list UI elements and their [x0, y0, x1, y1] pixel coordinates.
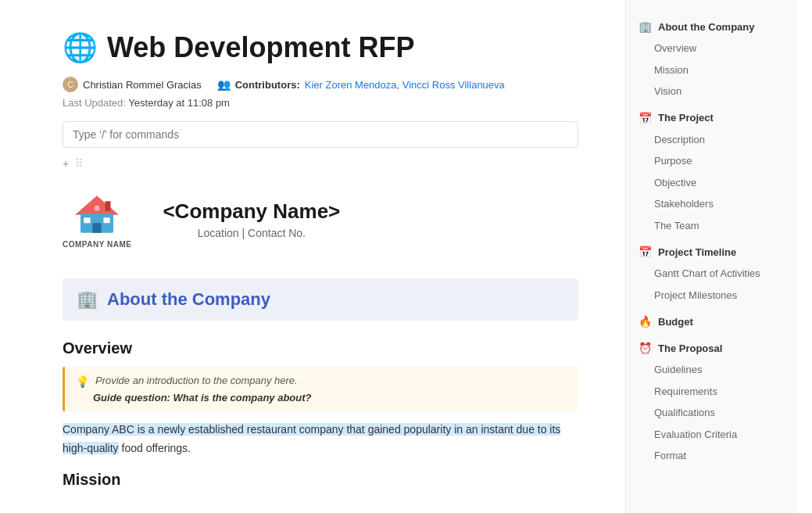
company-logo-label: COMPANY NAME: [63, 240, 131, 249]
sidebar-timeline-label: Project Timeline: [658, 246, 736, 258]
sidebar-section-the-project: 📅 The Project Description Purpose Object…: [626, 107, 797, 237]
callout-icon: 💡: [76, 375, 89, 388]
company-name: <Company Name>: [163, 199, 340, 224]
sidebar-item-mission[interactable]: Mission: [626, 59, 797, 81]
contributor-link-1[interactable]: Kier Zoren Mendoza: [305, 79, 397, 91]
sidebar-section-project-timeline: 📅 Project Timeline Gantt Chart of Activi…: [626, 241, 797, 306]
sidebar-item-vision[interactable]: Vision: [626, 81, 797, 102]
sidebar-section-budget: 🔥 Budget: [626, 310, 797, 332]
sidebar-item-stakeholders[interactable]: Stakeholders: [626, 193, 797, 215]
last-updated-label: Last Updated:: [63, 97, 126, 109]
company-info-block: <Company Name> Location | Contact No.: [163, 199, 340, 239]
sidebar-heading-the-project[interactable]: 📅 The Project: [626, 107, 797, 129]
callout-bold-row: Guide question: What is the company abou…: [76, 391, 567, 404]
company-logo-svg: [70, 190, 124, 237]
sidebar-item-purpose[interactable]: Purpose: [626, 150, 797, 172]
callout-box: 💡 Provide an introduction to the company…: [63, 367, 578, 411]
page-title: Web Development RFP: [107, 31, 414, 64]
command-input[interactable]: [63, 121, 578, 148]
add-plus-button[interactable]: +: [63, 157, 69, 170]
sidebar-about-label: About the Company: [658, 21, 755, 33]
sidebar-timeline-icon: 📅: [639, 246, 652, 258]
sidebar: 🏢 About the Company Overview Mission Vis…: [625, 0, 797, 513]
sidebar-item-format[interactable]: Format: [626, 445, 797, 467]
contributor-1: Kier Zoren Mendoza, Vincci Ross Villanue…: [305, 79, 505, 91]
callout-bold-text: Guide question: What is the company abou…: [93, 392, 312, 404]
sidebar-item-overview[interactable]: Overview: [626, 38, 797, 59]
mission-heading: Mission: [63, 471, 578, 489]
sidebar-item-project-milestones[interactable]: Project Milestones: [626, 285, 797, 307]
contributors-info: 👥 Contributors: Kier Zoren Mendoza, Vinc…: [217, 78, 505, 91]
sidebar-section-about-company: 🏢 About the Company Overview Mission Vis…: [626, 16, 797, 102]
sidebar-heading-project-timeline[interactable]: 📅 Project Timeline: [626, 241, 797, 263]
svg-marker-0: [75, 196, 119, 215]
author-info: C Christian Rommel Gracias: [63, 77, 202, 92]
sidebar-item-the-team[interactable]: The Team: [626, 215, 797, 237]
sidebar-project-label: The Project: [658, 112, 714, 124]
contributors-icon: 👥: [217, 78, 231, 91]
sidebar-item-objective[interactable]: Objective: [626, 172, 797, 194]
avatar: C: [63, 77, 78, 92]
sidebar-heading-about-company[interactable]: 🏢 About the Company: [626, 16, 797, 38]
sidebar-item-requirements[interactable]: Requirements: [626, 381, 797, 403]
sidebar-about-icon: 🏢: [639, 20, 652, 33]
last-updated: Last Updated: Yesterday at 11:08 pm: [63, 97, 578, 109]
last-updated-value: Yesterday at 11:08 pm: [128, 97, 230, 109]
sidebar-item-gantt-chart[interactable]: Gantt Chart of Activities: [626, 263, 797, 285]
callout-line-1: 💡 Provide an introduction to the company…: [76, 375, 567, 388]
company-logo-block: COMPANY NAME: [63, 190, 131, 249]
title-icon: 🌐: [63, 34, 98, 62]
svg-rect-5: [106, 201, 111, 211]
sidebar-proposal-label: The Proposal: [658, 343, 722, 354]
company-location: Location | Contact No.: [163, 227, 340, 239]
svg-point-6: [95, 206, 100, 211]
sidebar-project-icon: 📅: [639, 112, 652, 124]
body-text-plain: food offerings.: [122, 442, 191, 454]
sidebar-item-qualifications[interactable]: Qualifications: [626, 402, 797, 424]
sidebar-heading-budget[interactable]: 🔥 Budget: [626, 310, 797, 332]
title-row: 🌐 Web Development RFP: [63, 31, 578, 64]
sidebar-item-description[interactable]: Description: [626, 129, 797, 151]
svg-rect-4: [104, 217, 110, 223]
drag-handle[interactable]: ⠿: [75, 157, 83, 170]
overview-heading: Overview: [63, 339, 578, 357]
sidebar-item-evaluation-criteria[interactable]: Evaluation Criteria: [626, 424, 797, 446]
sidebar-proposal-icon: ⏰: [639, 342, 652, 354]
sidebar-item-guidelines[interactable]: Guidelines: [626, 359, 797, 381]
about-company-banner: 🏢 About the Company: [63, 278, 578, 321]
sidebar-budget-label: Budget: [658, 316, 693, 328]
sidebar-heading-the-proposal[interactable]: ⏰ The Proposal: [626, 337, 797, 359]
about-company-title: About the Company: [107, 289, 270, 310]
about-company-icon: 🏢: [77, 289, 98, 310]
svg-rect-3: [84, 217, 90, 223]
meta-row: C Christian Rommel Gracias 👥 Contributor…: [63, 77, 578, 92]
author-name: Christian Rommel Gracias: [83, 79, 202, 91]
main-content: 🌐 Web Development RFP C Christian Rommel…: [0, 0, 625, 513]
contributor-link-2[interactable]: Vincci Ross Villanueva: [402, 79, 505, 91]
contributors-label: Contributors:: [235, 79, 300, 91]
sidebar-section-the-proposal: ⏰ The Proposal Guidelines Requirements Q…: [626, 337, 797, 467]
add-row: + ⠿: [63, 157, 578, 170]
svg-rect-2: [93, 223, 102, 233]
company-header: COMPANY NAME <Company Name> Location | C…: [63, 182, 578, 256]
sidebar-budget-icon: 🔥: [639, 315, 652, 328]
callout-text: Provide an introduction to the company h…: [95, 375, 298, 386]
overview-body: Company ABC is a newly established resta…: [63, 421, 578, 458]
